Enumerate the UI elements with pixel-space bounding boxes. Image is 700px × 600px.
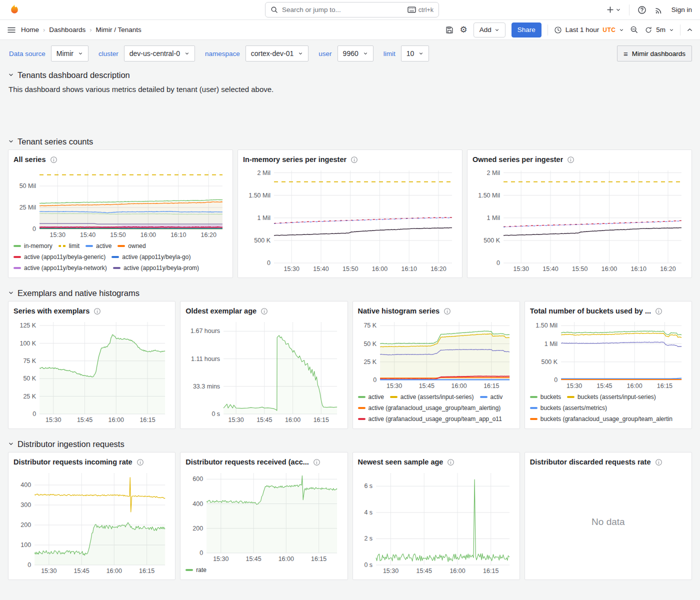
panel-header[interactable]: Distributor requests incoming rate	[14, 456, 170, 468]
section-distributor[interactable]: Distributor ingestion requests	[8, 436, 692, 452]
legend-item[interactable]: buckets	[530, 394, 561, 400]
search-input[interactable]: Search or jump to... ctrl+k	[265, 2, 439, 18]
legend-item[interactable]: owned	[118, 242, 146, 250]
legend-item[interactable]: rate	[186, 566, 206, 574]
chart-native-histogram-series[interactable]: 15:3015:4516:0016:15025 K50 K75 K	[358, 318, 514, 390]
chart-all-series[interactable]: 15:3015:4015:5016:0016:1016:20025 Mil50 …	[14, 166, 228, 240]
panel-header[interactable]: Distributor requests received (acc...	[186, 456, 342, 468]
svg-text:15:30: 15:30	[514, 266, 529, 272]
menu-icon[interactable]	[7, 26, 16, 34]
info-icon[interactable]	[567, 156, 574, 164]
legend-item[interactable]: buckets (asserts/input-series)	[567, 394, 656, 400]
add-panel-button[interactable]: Add	[474, 22, 506, 38]
panel-header[interactable]: Newest seen sample age	[358, 456, 514, 468]
news-icon[interactable]	[654, 6, 664, 14]
panel-header[interactable]: In-memory series per ingester	[243, 153, 457, 166]
zoom-out-icon[interactable]	[630, 26, 638, 34]
chart-in-memory-series[interactable]: 15:3015:4015:5016:0016:1016:200500 K1 Mi…	[243, 166, 457, 274]
panel-header[interactable]: Total number of buckets used by ...	[530, 304, 686, 318]
variable-datasource-picker[interactable]: Mimir	[51, 46, 88, 62]
legend-item[interactable]: active (grafanacloud_usage_group/team_ap…	[358, 416, 502, 422]
svg-text:15:30: 15:30	[41, 568, 56, 574]
info-icon[interactable]	[313, 458, 320, 466]
legend-item[interactable]: in-memory	[14, 242, 52, 250]
mimir-dashboards-button[interactable]: ≡ Mimir dashboards	[617, 46, 692, 62]
sign-in-link[interactable]: Sign in	[672, 6, 692, 14]
panel-header[interactable]: Native histogram series	[358, 304, 514, 318]
variable-label: limit	[382, 50, 400, 58]
legend-label: owned	[128, 242, 146, 250]
legend-item[interactable]: activ	[480, 394, 503, 400]
info-icon[interactable]	[94, 308, 101, 315]
variables-bar: Data source Mimir cluster dev-us-central…	[0, 40, 700, 66]
panel-header[interactable]: Owned series per ingester	[472, 153, 686, 166]
panel-header[interactable]: Series with exemplars	[14, 304, 170, 318]
variable-user-picker[interactable]: 9960	[338, 46, 374, 62]
variable-limit-picker[interactable]: 10	[401, 46, 430, 62]
legend-item[interactable]: active (appo11y/beyla-generic)	[14, 254, 106, 260]
variable-cluster-picker[interactable]: dev-us-central-0	[124, 46, 195, 62]
chart-owned-series[interactable]: 15:3015:4015:5016:0016:1016:200500 K1 Mi…	[472, 166, 686, 274]
svg-text:16:00: 16:00	[285, 416, 300, 424]
panel-all-series: All series 15:3015:4015:5016:0016:1016:2…	[8, 150, 233, 278]
info-icon[interactable]	[444, 308, 451, 315]
legend-item[interactable]: buckets (grafanacloud_usage_group/team_a…	[530, 416, 672, 422]
legend-item[interactable]: buckets (asserts/metrics)	[530, 404, 607, 412]
svg-text:0: 0	[200, 550, 203, 556]
svg-text:16:00: 16:00	[106, 568, 122, 574]
info-icon[interactable]	[260, 308, 268, 315]
legend-swatch	[530, 418, 538, 420]
chevron-down-icon	[8, 138, 14, 144]
refresh-picker[interactable]: 5m	[644, 26, 674, 34]
breadcrumb-home[interactable]: Home	[21, 26, 39, 34]
panel-header[interactable]: Distributor discarded requests rate	[530, 456, 686, 468]
svg-text:0 s: 0 s	[212, 410, 220, 418]
help-icon[interactable]	[638, 6, 646, 14]
svg-text:15:45: 15:45	[246, 556, 262, 562]
legend-item[interactable]: limit	[58, 242, 80, 250]
chart-newest-seen-sample-age[interactable]: 15:3015:4516:0016:150 s2 s4 s6 s	[358, 468, 514, 576]
chart-distributor-incoming-rate[interactable]: 15:3015:4516:0016:150100200300400	[14, 468, 170, 576]
legend-label: active (grafanacloud_usage_group/team_ap…	[368, 416, 502, 422]
chart-oldest-exemplar-age[interactable]: 15:3015:4516:0016:150 s33.3 mins1.11 hou…	[186, 318, 342, 424]
collapse-toolbar-icon[interactable]	[686, 26, 693, 33]
legend-swatch	[112, 256, 119, 258]
svg-text:0: 0	[28, 562, 31, 568]
info-icon[interactable]	[655, 458, 662, 466]
info-icon[interactable]	[447, 458, 454, 466]
grafana-logo[interactable]	[8, 4, 21, 16]
panel-header[interactable]: All series	[14, 153, 228, 166]
legend-item[interactable]: active	[86, 242, 112, 250]
panel-header[interactable]: Oldest exemplar age	[186, 304, 342, 318]
section-tenant-series-counts[interactable]: Tenant series counts	[8, 134, 692, 150]
save-dashboard-icon[interactable]	[445, 26, 454, 34]
share-button[interactable]: Share	[512, 22, 542, 38]
chevron-down-icon	[298, 51, 303, 56]
svg-text:15:45: 15:45	[74, 568, 89, 574]
new-button[interactable]	[606, 6, 621, 14]
section-exemplars[interactable]: Exemplars and native histograms	[8, 285, 692, 301]
breadcrumb-dashboards[interactable]: Dashboards	[49, 26, 86, 34]
svg-text:500 K: 500 K	[254, 237, 270, 244]
info-icon[interactable]	[655, 308, 662, 315]
dashboard-settings-icon[interactable]: ⚙	[460, 26, 468, 34]
chart-distributor-requests-received[interactable]: 15:3015:4516:0016:150200400600	[186, 468, 342, 564]
legend-item[interactable]: active (grafanacloud_usage_group/team_al…	[358, 404, 501, 412]
legend-label: buckets (asserts/input-series)	[578, 394, 656, 400]
chevron-down-icon	[494, 28, 500, 32]
chart-series-with-exemplars[interactable]: 15:3015:4516:0016:15025 K50 K75 K100 K12…	[14, 318, 170, 424]
svg-text:16:15: 16:15	[657, 382, 672, 390]
legend-item[interactable]: active (appo11y/beyla-go)	[112, 254, 190, 260]
svg-text:300: 300	[20, 502, 31, 508]
info-icon[interactable]	[50, 156, 58, 164]
variable-namespace-picker[interactable]: cortex-dev-01	[246, 46, 309, 62]
legend-item[interactable]: active (appo11y/beyla-network)	[14, 264, 107, 272]
chart-total-buckets[interactable]: 15:3015:4516:0016:150500 K1 Mil1.50 Mil	[530, 318, 686, 390]
time-range-picker[interactable]: Last 1 hour UTC	[554, 26, 624, 34]
info-icon[interactable]	[136, 458, 144, 466]
info-icon[interactable]	[350, 156, 358, 164]
legend-item[interactable]: active (asserts/input-series)	[390, 394, 474, 400]
legend-item[interactable]: active	[358, 394, 384, 400]
legend-item[interactable]: active (appo11y/beyla-prom)	[113, 264, 199, 272]
section-description[interactable]: Tenants dashboard description	[8, 67, 692, 83]
